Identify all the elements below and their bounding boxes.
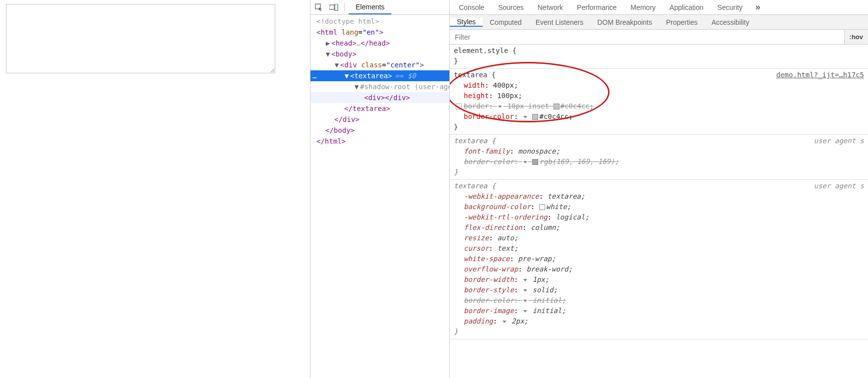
expand-shorthand-icon[interactable] xyxy=(523,279,527,281)
sub-tab-accessibility[interactable]: Accessibility xyxy=(705,18,756,26)
rule-ua-textarea-2[interactable]: user agent s textarea { -webkit-appearan… xyxy=(450,180,868,339)
prop-toggle-checkbox[interactable] xyxy=(456,104,462,109)
css-prop--webkit-appearance[interactable]: -webkit-appearance: textarea; xyxy=(454,191,864,202)
expand-shorthand-icon[interactable] xyxy=(498,106,502,108)
color-swatch[interactable] xyxy=(532,159,538,165)
css-prop-background-color[interactable]: background-color: white; xyxy=(454,202,864,212)
dom-div-close[interactable]: </div> xyxy=(310,114,449,125)
expand-shorthand-icon[interactable] xyxy=(523,161,527,163)
color-swatch[interactable] xyxy=(554,104,559,109)
styles-panel: ConsoleSourcesNetworkPerformanceMemoryAp… xyxy=(449,0,868,378)
css-prop-height[interactable]: height: 100px; xyxy=(454,91,864,101)
main-tab-console[interactable]: Console xyxy=(452,0,491,14)
devtools-main-toolbar: Elements xyxy=(310,0,449,15)
main-tab-memory[interactable]: Memory xyxy=(623,0,663,14)
dom-html-open[interactable]: <html lang="en"> xyxy=(310,27,449,38)
css-prop-border-color[interactable]: border-color: rgb(169, 169, 169); xyxy=(454,157,864,167)
demo-textarea[interactable] xyxy=(6,4,275,73)
css-prop-width[interactable]: width: 400px; xyxy=(454,80,864,91)
css-prop-overflow-wrap[interactable]: overflow-wrap: break-word; xyxy=(454,264,864,274)
rule-ua-textarea-1[interactable]: user agent s textarea { font-family: mon… xyxy=(450,135,868,180)
styles-filter-bar: :hov xyxy=(450,30,868,45)
rule-origin-ua: user agent s xyxy=(814,136,864,146)
css-prop-resize[interactable]: resize: auto; xyxy=(454,233,864,243)
css-prop-font-family[interactable]: font-family: monospace; xyxy=(454,146,864,157)
rule-element-style[interactable]: element.style { } xyxy=(450,45,868,69)
inspect-icon[interactable] xyxy=(312,1,325,14)
dom-body-open[interactable]: ▼<body> xyxy=(310,49,449,59)
css-prop-border-image[interactable]: border-image: initial; xyxy=(454,306,864,316)
styles-sub-tabs: StylesComputedEvent ListenersDOM Breakpo… xyxy=(450,15,868,30)
sub-tab-dom-breakpoints[interactable]: DOM Breakpoints xyxy=(590,18,659,26)
css-prop-border-color[interactable]: border-color: initial; xyxy=(454,295,864,306)
css-prop-cursor[interactable]: cursor: text; xyxy=(454,243,864,254)
expand-shorthand-icon[interactable] xyxy=(523,310,527,313)
color-swatch[interactable] xyxy=(539,204,545,210)
css-prop-border-width[interactable]: border-width: 1px; xyxy=(454,274,864,285)
main-tabs-ext: ConsoleSourcesNetworkPerformanceMemoryAp… xyxy=(452,0,749,14)
main-tab-security[interactable]: Security xyxy=(710,0,749,14)
dom-textarea-close[interactable]: </textarea> xyxy=(310,103,449,114)
dom-shadow-root[interactable]: ▼#shadow-root (user-agent) xyxy=(310,81,449,92)
styles-rules-list[interactable]: element.style { } demo.html?_ijt=…h17c5 … xyxy=(450,45,868,378)
dom-head[interactable]: ▶<head>…</head> xyxy=(310,38,449,49)
css-prop-padding[interactable]: padding: 2px; xyxy=(454,316,864,326)
css-prop-border[interactable]: border: 10px inset #c0c4cc; xyxy=(454,101,864,111)
sub-tab-computed[interactable]: Computed xyxy=(483,18,529,26)
rule-origin-link[interactable]: demo.html?_ijt=…h17c5 xyxy=(776,70,864,80)
device-toggle-icon[interactable] xyxy=(327,1,340,14)
color-swatch[interactable] xyxy=(532,114,538,120)
dom-inner-div[interactable]: <div></div> xyxy=(310,92,449,103)
dom-body-close[interactable]: </body> xyxy=(310,125,449,136)
rule-origin-ua: user agent s xyxy=(814,181,864,191)
sub-tab-properties[interactable]: Properties xyxy=(659,18,705,26)
main-tabs: Elements xyxy=(349,0,391,14)
css-prop-border-style[interactable]: border-style: solid; xyxy=(454,285,864,295)
rule-authored-textarea[interactable]: demo.html?_ijt=…h17c5 textarea { width: … xyxy=(450,69,868,135)
sub-tab-styles[interactable]: Styles xyxy=(450,18,483,27)
styles-filter-input[interactable] xyxy=(450,30,844,44)
dom-html-close[interactable]: </html> xyxy=(310,136,449,147)
expand-shorthand-icon[interactable] xyxy=(523,116,527,118)
css-prop-white-space[interactable]: white-space: pre-wrap; xyxy=(454,254,864,264)
main-tab-network[interactable]: Network xyxy=(531,0,570,14)
devtools: Elements <!doctype html> <html lang="en"… xyxy=(310,0,868,378)
svg-rect-2 xyxy=(335,4,338,10)
rendered-page xyxy=(0,0,310,378)
dom-div-open[interactable]: ▼<div class="center"> xyxy=(310,59,449,70)
css-prop-flex-direction[interactable]: flex-direction: column; xyxy=(454,222,864,233)
css-prop-border-color[interactable]: border-color: #c0c4cc; xyxy=(454,111,864,122)
css-prop--webkit-rtl-ordering[interactable]: -webkit-rtl-ordering: logical; xyxy=(454,212,864,222)
dom-textarea-selected[interactable]: …▼<textarea>== $0 xyxy=(310,70,449,81)
main-tab-performance[interactable]: Performance xyxy=(570,0,623,14)
devtools-main-toolbar-ext: ConsoleSourcesNetworkPerformanceMemoryAp… xyxy=(450,0,868,15)
expand-shorthand-icon[interactable] xyxy=(502,321,506,323)
hov-toggle-button[interactable]: :hov xyxy=(844,30,868,44)
expand-shorthand-icon[interactable] xyxy=(523,289,527,292)
elements-panel: Elements <!doctype html> <html lang="en"… xyxy=(310,0,449,378)
main-tab-application[interactable]: Application xyxy=(663,0,711,14)
dom-tree[interactable]: <!doctype html> <html lang="en"> ▶<head>… xyxy=(310,15,449,148)
dom-doctype[interactable]: <!doctype html> xyxy=(316,17,379,25)
expand-shorthand-icon[interactable] xyxy=(523,300,527,302)
main-tab-elements[interactable]: Elements xyxy=(349,0,391,14)
toolbar-separator xyxy=(344,3,345,12)
selected-row-dots: … xyxy=(312,70,316,81)
sub-tab-event-listeners[interactable]: Event Listeners xyxy=(529,18,591,26)
main-tab-sources[interactable]: Sources xyxy=(491,0,530,14)
more-tabs-icon[interactable]: » xyxy=(751,2,764,12)
svg-rect-1 xyxy=(329,5,334,9)
